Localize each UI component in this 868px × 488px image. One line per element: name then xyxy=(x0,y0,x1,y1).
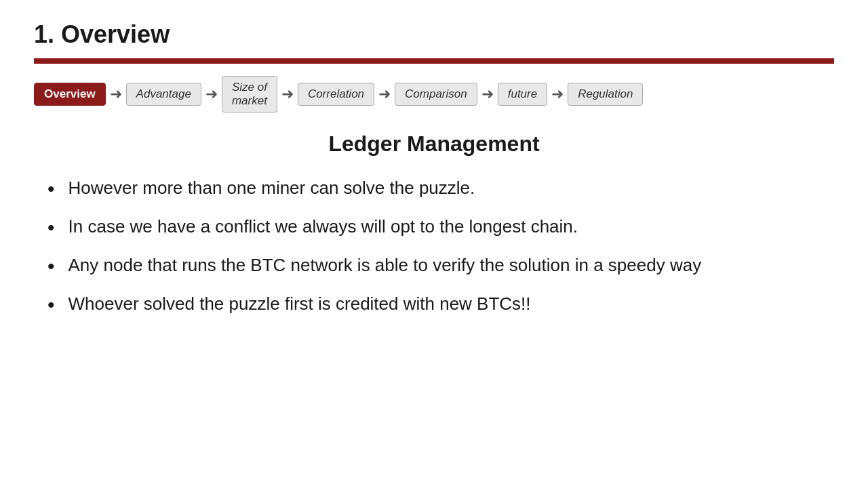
bullet-icon-4: • xyxy=(47,291,55,318)
bullet-icon-2: • xyxy=(47,214,55,241)
content-title: Ledger Management xyxy=(34,131,834,157)
nav-row: Overview ➜ Advantage ➜ Size ofmarket ➜ C… xyxy=(34,76,834,113)
list-item: • Any node that runs the BTC network is … xyxy=(47,253,834,279)
nav-box-advantage[interactable]: Advantage xyxy=(126,83,201,106)
nav-item-overview[interactable]: Overview xyxy=(34,83,106,106)
nav-item-size-of-market[interactable]: Size ofmarket xyxy=(222,76,277,113)
bullet-icon-1: • xyxy=(47,176,55,202)
nav-box-comparison[interactable]: Comparison xyxy=(395,83,477,106)
bullet-text-2: In case we have a conflict we always wil… xyxy=(68,214,578,239)
list-item: • In case we have a conflict we always w… xyxy=(47,214,834,241)
red-bar xyxy=(34,58,834,64)
list-item: • However more than one miner can solve … xyxy=(47,176,834,202)
bullet-text-3: Any node that runs the BTC network is ab… xyxy=(68,253,702,277)
nav-item-future[interactable]: future xyxy=(498,83,547,106)
nav-box-overview[interactable]: Overview xyxy=(34,83,106,106)
nav-item-correlation[interactable]: Correlation xyxy=(298,83,374,106)
bullet-list: • However more than one miner can solve … xyxy=(47,176,834,318)
bullet-text-1: However more than one miner can solve th… xyxy=(68,176,475,200)
nav-box-size-of-market[interactable]: Size ofmarket xyxy=(222,76,277,113)
arrow-icon-4: ➜ xyxy=(378,85,391,103)
arrow-icon-1: ➜ xyxy=(110,85,122,103)
nav-box-correlation[interactable]: Correlation xyxy=(298,83,374,106)
list-item: • Whoever solved the puzzle first is cre… xyxy=(47,291,834,318)
bullet-text-4: Whoever solved the puzzle first is credi… xyxy=(68,291,531,316)
slide: 1. Overview Overview ➜ Advantage ➜ Size … xyxy=(0,0,868,488)
nav-box-future[interactable]: future xyxy=(498,83,547,106)
nav-box-regulation[interactable]: Regulation xyxy=(568,83,643,106)
arrow-icon-6: ➜ xyxy=(551,85,564,103)
arrow-icon-2: ➜ xyxy=(205,85,218,103)
nav-item-comparison[interactable]: Comparison xyxy=(395,83,477,106)
slide-title: 1. Overview xyxy=(34,20,834,49)
nav-item-advantage[interactable]: Advantage xyxy=(126,83,201,106)
arrow-icon-5: ➜ xyxy=(481,85,494,103)
arrow-icon-3: ➜ xyxy=(281,85,294,103)
bullet-icon-3: • xyxy=(47,253,55,279)
nav-item-regulation[interactable]: Regulation xyxy=(568,83,643,106)
